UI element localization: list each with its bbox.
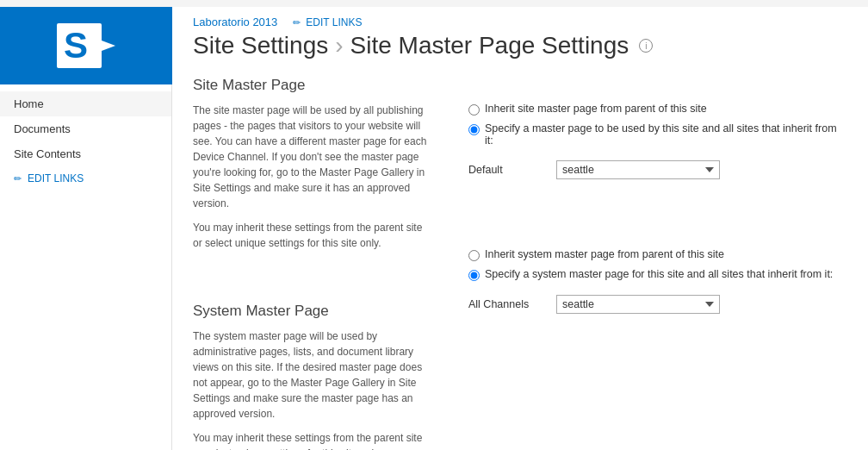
sidebar-item-label: Documents [14, 122, 71, 135]
default-select-row: Default seattle oslo custom [468, 160, 847, 179]
left-column: Site Master Page The site master page wi… [193, 77, 434, 450]
site-master-page-description: The site master page will be used by all… [193, 103, 434, 211]
site-master-page-section: Site Master Page The site master page wi… [193, 77, 434, 251]
system-master-page-controls: Inherit system master page from parent o… [468, 248, 847, 314]
inherit-site-master-option: Inherit site master page from parent of … [468, 103, 847, 116]
right-column: Inherit site master page from parent of … [468, 77, 847, 450]
site-master-page-radio-group: Inherit site master page from parent of … [468, 103, 847, 147]
default-master-page-select[interactable]: seattle oslo custom [556, 160, 720, 179]
specify-system-label[interactable]: Specify a system master page for this si… [485, 268, 833, 280]
inherit-site-label[interactable]: Inherit site master page from parent of … [485, 103, 707, 115]
logo-area: S [0, 7, 172, 84]
info-icon[interactable]: i [639, 39, 653, 53]
specify-site-radio[interactable] [468, 124, 480, 135]
svg-text:S: S [64, 25, 88, 66]
specify-site-label[interactable]: Specify a master page to be used by this… [485, 122, 847, 147]
specify-system-radio[interactable] [468, 270, 480, 281]
system-master-page-section: System Master Page The system master pag… [193, 303, 434, 450]
svg-marker-2 [102, 41, 115, 51]
site-master-page-controls: Inherit site master page from parent of … [468, 103, 847, 179]
page-title-part1: Site Settings [193, 32, 328, 59]
title-separator: › [335, 32, 343, 59]
inherit-system-master-option: Inherit system master page from parent o… [468, 248, 847, 261]
all-channels-select-row: All Channels seattle oslo custom [468, 295, 847, 314]
all-channels-label: All Channels [468, 298, 546, 310]
breadcrumb: Laboratorio 2013 EDIT LINKS [193, 7, 847, 32]
default-label: Default [468, 164, 546, 176]
sidebar-item-site-contents[interactable]: Site Contents [0, 141, 171, 166]
pencil-icon [293, 16, 303, 28]
sidebar-edit-links[interactable]: EDIT LINKS [0, 166, 171, 191]
sidebar-item-label: Home [14, 97, 44, 110]
sharepoint-logo: S [52, 20, 121, 72]
sidebar-navigation: Home Documents Site Contents EDIT LINKS [0, 84, 171, 191]
edit-links-label: EDIT LINKS [28, 172, 84, 184]
inherit-site-radio[interactable] [468, 104, 480, 116]
sidebar-item-label: Site Contents [14, 147, 81, 160]
system-master-page-description: The system master page will be used by a… [193, 328, 434, 422]
pencil-icon [14, 172, 24, 184]
page-title: Site Settings › Site Master Page Setting… [193, 32, 847, 59]
settings-layout: Site Master Page The site master page wi… [193, 77, 847, 450]
inherit-system-radio[interactable] [468, 250, 480, 261]
site-master-page-title: Site Master Page [193, 77, 434, 94]
sidebar: S Home Documents Site Contents EDIT LINK… [0, 7, 172, 450]
sidebar-item-documents[interactable]: Documents [0, 116, 171, 141]
inherit-system-label[interactable]: Inherit system master page from parent o… [485, 248, 724, 260]
main-content: Laboratorio 2013 EDIT LINKS Site Setting… [172, 7, 868, 450]
system-master-page-note: You may inherit these settings from the … [193, 430, 434, 450]
specify-system-master-option: Specify a system master page for this si… [468, 268, 847, 281]
page-title-part2: Site Master Page Settings [350, 32, 629, 59]
all-channels-master-page-select[interactable]: seattle oslo custom [556, 295, 720, 314]
breadcrumb-edit-links[interactable]: EDIT LINKS [293, 16, 362, 28]
sidebar-item-home[interactable]: Home [0, 91, 171, 116]
system-master-page-radio-group: Inherit system master page from parent o… [468, 248, 847, 281]
site-master-page-note: You may inherit these settings from the … [193, 220, 434, 251]
system-master-page-title: System Master Page [193, 303, 434, 320]
specify-site-master-option: Specify a master page to be used by this… [468, 122, 847, 147]
breadcrumb-link[interactable]: Laboratorio 2013 [193, 16, 277, 28]
edit-links-label: EDIT LINKS [306, 16, 362, 28]
